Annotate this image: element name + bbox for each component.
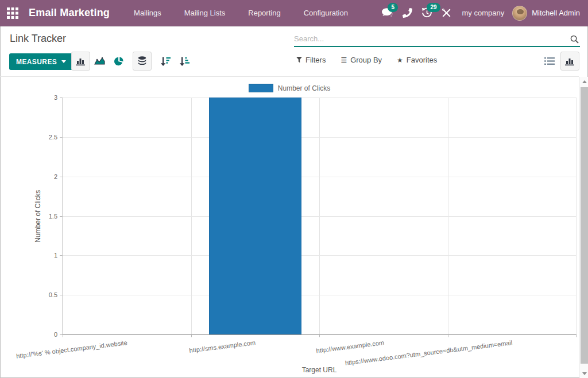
area-chart-icon xyxy=(94,56,105,66)
x-tick-label: http://sms.example.com xyxy=(189,339,256,354)
nav-item-reporting[interactable]: Reporting xyxy=(237,0,292,26)
horizontal-gridline xyxy=(63,98,576,98)
bar-chart-icon xyxy=(76,56,86,67)
star-icon: ★ xyxy=(397,56,403,64)
filters-label: Filters xyxy=(305,56,326,64)
phone-icon[interactable] xyxy=(397,0,417,26)
search-input[interactable] xyxy=(294,32,566,46)
database-stack-icon xyxy=(137,56,147,67)
measures-button[interactable]: MEASURES xyxy=(9,53,73,70)
x-tick-label: http://www.example.com xyxy=(315,339,384,354)
legend-label: Number of Clicks xyxy=(278,84,330,92)
wrench-screwdriver-icon xyxy=(442,8,451,18)
page-title: Link Tracker xyxy=(10,33,66,45)
y-tick-label: 2 xyxy=(33,173,57,180)
pie-chart-icon xyxy=(114,56,124,67)
favorites-button[interactable]: ★ Favorites xyxy=(397,56,437,64)
company-switcher[interactable]: my company xyxy=(456,9,512,17)
horizontal-gridline xyxy=(63,177,576,177)
y-tick-mark xyxy=(60,255,63,256)
y-tick-mark xyxy=(60,137,63,138)
y-tick-label: 1 xyxy=(33,252,57,259)
vertical-scrollbar[interactable] xyxy=(579,77,588,378)
messages-icon[interactable]: 5 xyxy=(378,0,397,26)
graph-view-button[interactable] xyxy=(560,52,579,71)
favorites-label: Favorites xyxy=(407,56,437,64)
search-icon[interactable] xyxy=(570,35,579,46)
y-tick-mark xyxy=(60,98,63,98)
legend-swatch xyxy=(249,84,273,92)
x-axis-title: Target URL xyxy=(302,366,337,374)
line-chart-button[interactable] xyxy=(90,52,109,71)
group-by-label: Group By xyxy=(350,56,382,64)
grid-icon xyxy=(7,7,18,19)
chart-controls xyxy=(71,52,194,71)
scroll-up-arrow[interactable] xyxy=(580,77,588,86)
x-axis-line xyxy=(63,334,577,335)
group-by-icon: ☰ xyxy=(341,56,347,64)
view-switcher xyxy=(540,52,579,71)
y-tick-label: 3 xyxy=(33,94,57,101)
sort-asc-icon xyxy=(179,56,190,67)
scroll-down-arrow[interactable] xyxy=(580,369,588,378)
activities-icon[interactable]: 29 xyxy=(417,0,436,26)
y-tick-label: 0 xyxy=(33,331,57,338)
sort-desc-icon xyxy=(160,56,171,67)
phone-glyph-icon xyxy=(403,8,412,18)
y-tick-mark xyxy=(60,295,63,295)
search-facets: Filters ☰ Group By ★ Favorites xyxy=(296,56,437,64)
user-menu[interactable]: Mitchell Admin xyxy=(532,9,580,17)
bar-2[interactable] xyxy=(209,98,301,334)
x-tick-label: http://'%s' % object.company_id.website xyxy=(16,339,127,360)
y-tick-mark xyxy=(60,216,63,217)
list-view-button[interactable] xyxy=(540,52,559,71)
graph-view-icon xyxy=(565,56,575,67)
horizontal-gridline xyxy=(63,216,576,217)
filter-icon xyxy=(296,57,302,63)
nav-item-mailings[interactable]: Mailings xyxy=(122,0,173,26)
user-avatar[interactable] xyxy=(512,6,527,21)
nav-item-configuration[interactable]: Configuration xyxy=(292,0,359,26)
scrollbar-thumb[interactable] xyxy=(581,87,588,364)
legend-item[interactable]: Number of Clicks xyxy=(0,84,579,92)
app-title[interactable]: Email Marketing xyxy=(29,7,110,19)
pie-chart-button[interactable] xyxy=(109,52,128,71)
bar-chart-button[interactable] xyxy=(71,52,90,71)
sort-ascending-button[interactable] xyxy=(175,52,194,71)
group-by-button[interactable]: ☰ Group By xyxy=(341,56,382,64)
y-axis-title: Number of Clicks xyxy=(34,190,42,242)
filters-button[interactable]: Filters xyxy=(296,56,326,64)
nav-item-mailing-lists[interactable]: Mailing Lists xyxy=(173,0,237,26)
tools-icon[interactable] xyxy=(436,0,456,26)
top-navbar: Email Marketing MailingsMailing ListsRep… xyxy=(0,0,588,26)
sort-descending-button[interactable] xyxy=(156,52,175,71)
list-icon xyxy=(544,57,555,65)
measures-label: MEASURES xyxy=(16,58,57,66)
y-tick-label: 2.5 xyxy=(33,134,57,141)
messages-badge: 5 xyxy=(388,3,398,12)
systray: 5 29 my company xyxy=(378,0,588,26)
nav-menu: MailingsMailing ListsReportingConfigurat… xyxy=(122,0,359,26)
y-tick-mark xyxy=(60,177,63,177)
horizontal-gridline xyxy=(63,255,576,256)
bar-chart: Number of Clicks 00.511.522.53http://'%s… xyxy=(0,77,579,378)
stacked-toggle-button[interactable] xyxy=(133,52,152,71)
horizontal-gridline xyxy=(63,137,576,138)
apps-menu-icon[interactable] xyxy=(0,0,25,26)
y-tick-label: 0.5 xyxy=(33,291,57,298)
search-box xyxy=(294,32,580,47)
horizontal-gridline xyxy=(63,295,576,295)
vertical-gridline xyxy=(576,98,577,334)
chevron-down-icon xyxy=(61,60,66,63)
